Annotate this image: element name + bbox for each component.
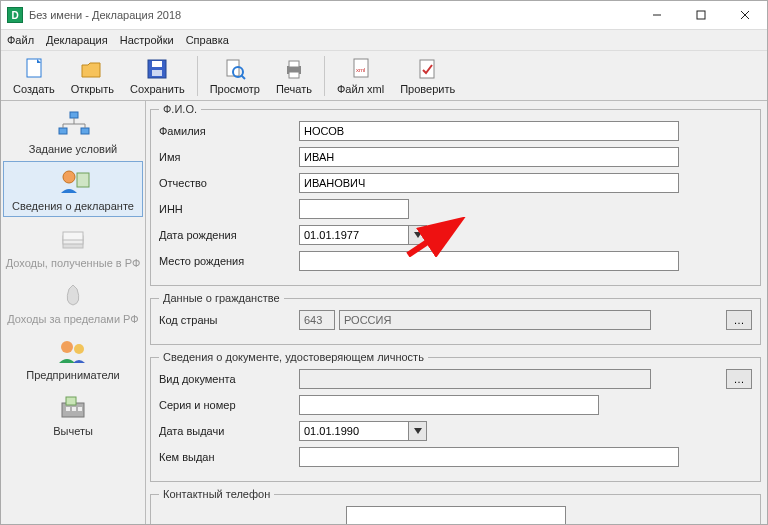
country-lookup-button[interactable]: …	[726, 310, 752, 330]
create-button[interactable]: Создать	[5, 55, 63, 97]
close-button[interactable]	[723, 1, 767, 29]
legend-citizenship: Данные о гражданстве	[159, 292, 284, 304]
money-bag-icon	[55, 279, 91, 311]
separator	[197, 56, 198, 96]
svg-rect-27	[77, 173, 89, 187]
register-icon	[55, 391, 91, 423]
svg-rect-19	[70, 112, 78, 118]
magnifier-icon	[223, 57, 247, 81]
floppy-icon	[145, 57, 169, 81]
input-doc-type	[299, 369, 651, 389]
label-pob: Место рождения	[159, 255, 299, 267]
input-firstname[interactable]	[299, 147, 679, 167]
input-phone[interactable]	[346, 506, 566, 524]
fieldset-citizenship: Данные о гражданстве Код страны …	[150, 292, 761, 345]
svg-marker-39	[414, 428, 422, 434]
svg-text:xml: xml	[356, 67, 365, 73]
input-issue-date[interactable]	[299, 421, 409, 441]
minimize-button[interactable]	[635, 1, 679, 29]
input-lastname[interactable]	[299, 121, 679, 141]
money-stack-icon	[55, 223, 91, 255]
input-inn[interactable]	[299, 199, 409, 219]
label-issue-date: Дата выдачи	[159, 425, 299, 437]
label-issued-by: Кем выдан	[159, 451, 299, 463]
input-pob[interactable]	[299, 251, 679, 271]
input-patronymic[interactable]	[299, 173, 679, 193]
menu-declaration[interactable]: Декларация	[46, 34, 108, 46]
maximize-button[interactable]	[679, 1, 723, 29]
sidebar: Задание условий Сведения о декларанте До…	[1, 101, 146, 524]
fieldset-document: Сведения о документе, удостоверяющем лич…	[150, 351, 761, 482]
label-dob: Дата рождения	[159, 229, 299, 241]
folder-open-icon	[80, 57, 104, 81]
sidebar-item-declarant[interactable]: Сведения о декларанте	[3, 161, 143, 217]
issue-date-dropdown[interactable]	[409, 421, 427, 441]
print-button[interactable]: Печать	[268, 55, 320, 97]
sidebar-item-income-rf[interactable]: Доходы, полученные в РФ	[3, 219, 143, 273]
svg-rect-34	[66, 397, 76, 405]
menu-settings[interactable]: Настройки	[120, 34, 174, 46]
input-issued-by[interactable]	[299, 447, 679, 467]
input-dob[interactable]	[299, 225, 409, 245]
svg-line-12	[241, 75, 245, 79]
svg-rect-35	[66, 407, 70, 411]
person-card-icon	[55, 166, 91, 198]
doc-type-lookup-button[interactable]: …	[726, 369, 752, 389]
svg-marker-6	[82, 63, 100, 77]
svg-point-31	[61, 341, 73, 353]
svg-rect-30	[63, 232, 83, 240]
printer-icon	[282, 57, 306, 81]
svg-rect-36	[72, 407, 76, 411]
xml-button[interactable]: xml Файл xml	[329, 55, 392, 97]
separator	[324, 56, 325, 96]
svg-rect-21	[81, 128, 89, 134]
label-doc-series: Серия и номер	[159, 399, 299, 411]
fieldset-contact: Контактный телефон	[150, 488, 761, 524]
sidebar-item-deductions[interactable]: Вычеты	[3, 387, 143, 441]
legend-document: Сведения о документе, удостоверяющем лич…	[159, 351, 428, 363]
label-inn: ИНН	[159, 203, 299, 215]
svg-point-26	[63, 171, 75, 183]
svg-rect-20	[59, 128, 67, 134]
check-button[interactable]: Проверить	[392, 55, 463, 97]
menubar: Файл Декларация Настройки Справка	[1, 29, 767, 51]
legend-contact: Контактный телефон	[159, 488, 274, 500]
svg-rect-15	[289, 72, 299, 78]
app-icon: D	[7, 7, 23, 23]
input-country-code	[299, 310, 335, 330]
checkmark-icon	[416, 57, 440, 81]
menu-help[interactable]: Справка	[186, 34, 229, 46]
svg-rect-37	[78, 407, 82, 411]
file-xml-icon: xml	[349, 57, 373, 81]
svg-rect-18	[420, 60, 434, 78]
label-lastname: Фамилия	[159, 125, 299, 137]
input-country-name	[339, 310, 651, 330]
preview-button[interactable]: Просмотр	[202, 55, 268, 97]
sidebar-item-entrepreneurs[interactable]: Предприниматели	[3, 331, 143, 385]
legend-fio: Ф.И.О.	[159, 103, 201, 115]
menu-file[interactable]: Файл	[7, 34, 34, 46]
sidebar-item-income-abroad[interactable]: Доходы за пределами РФ	[3, 275, 143, 329]
svg-rect-9	[152, 70, 162, 76]
window-title: Без имени - Декларация 2018	[29, 9, 181, 21]
main-panel: Ф.И.О. Фамилия Имя Отчество ИНН Дата рож…	[146, 101, 767, 524]
svg-rect-14	[289, 61, 299, 67]
dob-dropdown[interactable]	[409, 225, 427, 245]
titlebar: D Без имени - Декларация 2018	[1, 1, 767, 29]
label-doc-type: Вид документа	[159, 373, 299, 385]
app-window: D Без имени - Декларация 2018 Файл Декла…	[0, 0, 768, 525]
fieldset-fio: Ф.И.О. Фамилия Имя Отчество ИНН Дата рож…	[150, 103, 761, 286]
svg-point-32	[74, 344, 84, 354]
sidebar-item-conditions[interactable]: Задание условий	[3, 105, 143, 159]
label-country-code: Код страны	[159, 314, 299, 326]
open-button[interactable]: Открыть	[63, 55, 122, 97]
people-icon	[55, 335, 91, 367]
svg-marker-38	[414, 232, 422, 238]
input-doc-series[interactable]	[299, 395, 599, 415]
save-button[interactable]: Сохранить	[122, 55, 193, 97]
svg-rect-8	[152, 61, 162, 67]
tree-icon	[55, 109, 91, 141]
file-new-icon	[22, 57, 46, 81]
svg-rect-1	[697, 11, 705, 19]
label-firstname: Имя	[159, 151, 299, 163]
